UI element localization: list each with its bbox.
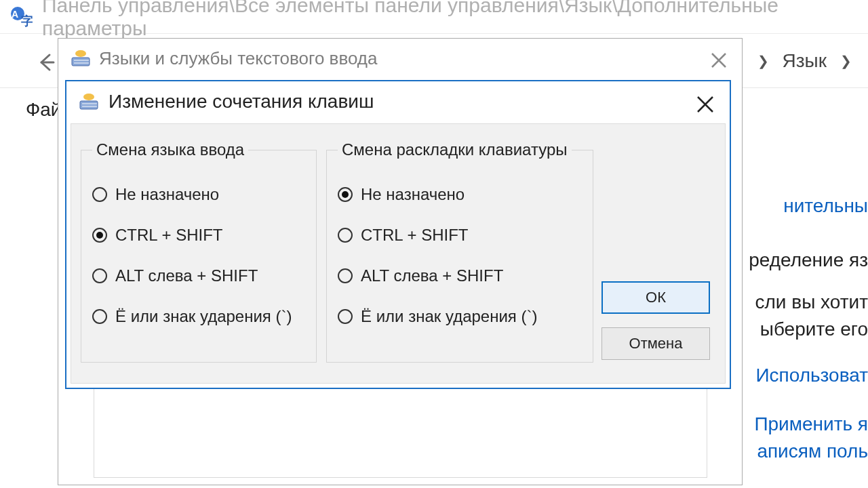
svg-rect-5 (72, 58, 90, 66)
dialog2-body: Смена языка ввода Не назначено CTRL + SH… (71, 123, 726, 384)
radio-label: CTRL + SHIFT (115, 226, 222, 245)
rh-text-2: ределение яз (749, 249, 868, 271)
chevron-right-icon: ❯ (840, 53, 852, 69)
svg-text:字: 字 (21, 14, 33, 28)
radio-g2-opt3[interactable]: Ё или знак ударения (`) (338, 296, 582, 337)
chevron-right-icon: ❯ (757, 53, 769, 69)
rh-text-7[interactable]: аписям поль (757, 441, 868, 462)
dialog-change-hotkeys: Изменение сочетания клавиш Смена языка в… (65, 80, 731, 389)
language-globe-icon: 字 A (9, 5, 33, 28)
group-input-language: Смена языка ввода Не назначено CTRL + SH… (81, 140, 317, 363)
radio-icon (338, 268, 353, 283)
breadcrumb: я ❯ Язык ❯ (733, 46, 868, 76)
radio-label: Ё или знак ударения (`) (361, 307, 538, 326)
radio-g1-opt0[interactable]: Не назначено (92, 174, 305, 215)
radio-icon (92, 228, 107, 243)
breadcrumb-item-lang[interactable]: Язык (783, 50, 827, 72)
svg-point-4 (75, 50, 86, 57)
menu-file[interactable]: Фай (26, 99, 62, 121)
radio-icon (92, 187, 107, 202)
svg-rect-9 (80, 101, 98, 109)
radio-icon (338, 309, 353, 324)
keyboard-icon (71, 49, 91, 67)
rh-text-6[interactable]: Применить я (754, 413, 868, 435)
ok-button[interactable]: ОК (601, 281, 710, 314)
dialog2-title: Изменение сочетания клавиш (108, 91, 374, 113)
radio-g1-opt2[interactable]: ALT слева + SHIFT (92, 256, 305, 296)
radio-g2-opt1[interactable]: CTRL + SHIFT (338, 215, 582, 256)
cancel-button[interactable]: Отмена (601, 327, 710, 360)
radio-label: CTRL + SHIFT (361, 226, 468, 245)
dialog1-close-button[interactable] (705, 47, 732, 74)
radio-icon (338, 187, 353, 202)
rh-text-3: сли вы хотит (755, 291, 868, 313)
dialog1-title: Языки и службы текстового ввода (99, 48, 377, 69)
dialog1-titlebar: Языки и службы текстового ввода (58, 39, 742, 78)
radio-label: Не назначено (361, 185, 465, 204)
radio-g1-opt1[interactable]: CTRL + SHIFT (92, 215, 305, 256)
radio-icon (92, 309, 107, 324)
dialog2-close-button[interactable] (692, 91, 719, 118)
rh-text-5[interactable]: Использоват (755, 365, 868, 386)
radio-icon (92, 268, 107, 283)
rh-text-4: ыберите его (760, 319, 868, 340)
dialog2-titlebar: Изменение сочетания клавиш (66, 81, 730, 122)
group-keyboard-layout: Смена раскладки клавиатуры Не назначено … (326, 140, 593, 363)
radio-g2-opt2[interactable]: ALT слева + SHIFT (338, 256, 582, 296)
group2-legend: Смена раскладки клавиатуры (338, 140, 572, 159)
back-button[interactable] (33, 49, 60, 76)
rh-text-1: нительны (783, 195, 868, 217)
radio-g1-opt3[interactable]: Ё или знак ударения (`) (92, 296, 305, 337)
radio-label: ALT слева + SHIFT (115, 266, 258, 285)
banner: 字 A Панель управления\Все элементы панел… (0, 0, 868, 34)
group1-legend: Смена языка ввода (92, 140, 248, 159)
radio-label: Ё или знак ударения (`) (115, 307, 292, 326)
svg-text:A: A (12, 9, 18, 20)
radio-icon (338, 228, 353, 243)
radio-label: Не назначено (115, 185, 219, 204)
radio-label: ALT слева + SHIFT (361, 266, 503, 285)
radio-g2-opt0[interactable]: Не назначено (338, 174, 582, 215)
svg-point-8 (83, 94, 94, 100)
keyboard-icon (79, 93, 99, 110)
